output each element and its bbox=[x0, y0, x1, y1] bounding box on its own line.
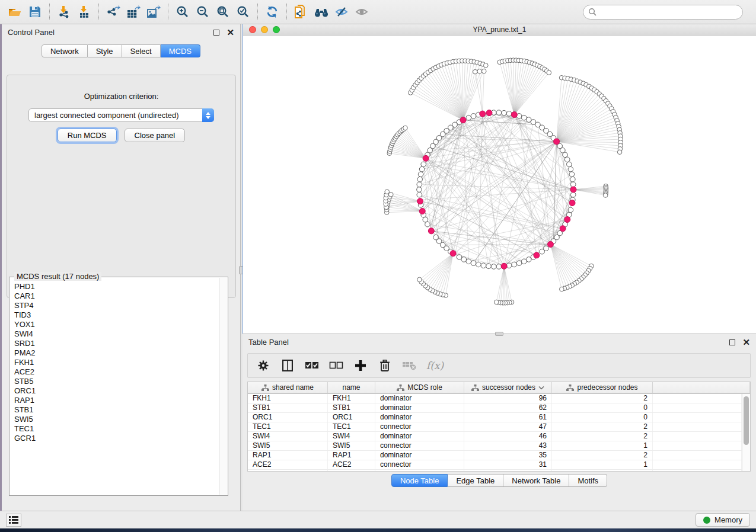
zoom-out-icon[interactable] bbox=[193, 2, 213, 21]
network-ring-node[interactable] bbox=[417, 187, 422, 193]
close-panel-icon[interactable]: ✕ bbox=[742, 339, 750, 345]
network-ring-node[interactable] bbox=[421, 162, 426, 167]
tab-style[interactable]: Style bbox=[88, 44, 122, 57]
float-panel-icon[interactable] bbox=[213, 30, 219, 36]
network-ring-node[interactable] bbox=[564, 157, 570, 162]
network-ring-node[interactable] bbox=[471, 261, 476, 266]
network-dominator-node[interactable] bbox=[554, 139, 560, 145]
network-ring-node[interactable] bbox=[461, 257, 467, 262]
network-ring-node[interactable] bbox=[417, 177, 423, 182]
export-image-icon[interactable] bbox=[143, 2, 164, 21]
table-row[interactable]: SWI4SWI4dominator462 bbox=[248, 432, 742, 441]
mcds-result-item[interactable]: STB1 bbox=[14, 405, 218, 415]
mcds-list-scrollbar[interactable] bbox=[219, 278, 227, 495]
zoom-in-icon[interactable] bbox=[173, 2, 193, 21]
network-ring-node[interactable] bbox=[526, 117, 531, 123]
zoom-fit-icon[interactable] bbox=[213, 2, 233, 21]
network-ring-node[interactable] bbox=[491, 264, 496, 270]
close-panel-button[interactable]: Close panel bbox=[125, 129, 186, 142]
tab-node-table[interactable]: Node Table bbox=[391, 474, 448, 487]
column-header-mcds-role[interactable]: MCDS role bbox=[375, 382, 464, 393]
import-network-icon[interactable] bbox=[54, 2, 74, 21]
hide-unselected-icon[interactable] bbox=[331, 2, 352, 21]
network-ring-node[interactable] bbox=[506, 111, 512, 117]
table-scrollbar[interactable] bbox=[742, 394, 750, 471]
network-dominator-node[interactable] bbox=[417, 198, 423, 204]
network-ring-node[interactable] bbox=[516, 261, 522, 266]
network-canvas[interactable] bbox=[243, 36, 756, 334]
search-input[interactable] bbox=[596, 8, 738, 16]
table-scrollbar-thumb[interactable] bbox=[744, 396, 749, 445]
mcds-result-item[interactable]: FKH1 bbox=[14, 358, 218, 367]
network-ring-node[interactable] bbox=[526, 257, 531, 262]
search-binoculars-icon[interactable] bbox=[311, 2, 331, 21]
network-dominator-node[interactable] bbox=[501, 263, 507, 269]
network-ring-node[interactable] bbox=[425, 222, 430, 227]
mcds-result-item[interactable]: GCR1 bbox=[14, 434, 218, 443]
network-dominator-node[interactable] bbox=[423, 155, 429, 161]
network-leaf-node[interactable] bbox=[547, 70, 551, 75]
delete-columns-icon[interactable] bbox=[378, 358, 392, 373]
network-ring-node[interactable] bbox=[568, 207, 573, 213]
network-ring-node[interactable] bbox=[476, 262, 481, 267]
network-ring-node[interactable] bbox=[466, 259, 471, 264]
network-ring-node[interactable] bbox=[502, 110, 507, 116]
deselect-all-rows-icon[interactable] bbox=[329, 358, 343, 373]
tab-select[interactable]: Select bbox=[122, 44, 161, 57]
network-ring-node[interactable] bbox=[540, 249, 545, 254]
network-leaf-node[interactable] bbox=[417, 277, 422, 282]
close-panel-icon[interactable]: ✕ bbox=[227, 30, 234, 36]
tab-network[interactable]: Network bbox=[42, 44, 88, 57]
network-ring-node[interactable] bbox=[496, 264, 502, 270]
zoom-selected-icon[interactable] bbox=[233, 2, 253, 21]
mcds-result-item[interactable]: CAR1 bbox=[14, 291, 218, 301]
mcds-result-item[interactable]: SRD1 bbox=[14, 339, 218, 348]
optimization-criterion-dropdown[interactable]: largest connected component (undirected) bbox=[28, 108, 214, 122]
import-table-icon[interactable] bbox=[74, 2, 94, 21]
network-dominator-node[interactable] bbox=[460, 117, 466, 123]
column-header-successor-nodes[interactable]: successor nodes bbox=[464, 382, 552, 393]
network-ring-node[interactable] bbox=[570, 182, 576, 187]
network-ring-node[interactable] bbox=[466, 115, 471, 120]
network-ring-node[interactable] bbox=[521, 259, 527, 264]
network-graph[interactable] bbox=[243, 36, 756, 334]
network-dominator-node[interactable] bbox=[480, 111, 486, 117]
network-ring-node[interactable] bbox=[419, 166, 425, 172]
network-ring-node[interactable] bbox=[570, 177, 576, 182]
export-network-icon[interactable] bbox=[103, 2, 123, 21]
network-dominator-node[interactable] bbox=[560, 226, 566, 232]
table-row[interactable]: TEC1TEC1connector472 bbox=[248, 422, 742, 432]
table-row[interactable]: RAP1RAP1dominator352 bbox=[248, 451, 742, 460]
table-row[interactable]: SWI5SWI5connector431 bbox=[248, 441, 742, 451]
column-header-predecessor-nodes[interactable]: predecessor nodes bbox=[552, 382, 653, 393]
table-row[interactable]: ACE2ACE2connector311 bbox=[248, 460, 742, 470]
save-session-icon[interactable] bbox=[25, 2, 45, 21]
network-ring-node[interactable] bbox=[457, 255, 462, 260]
network-leaf-node[interactable] bbox=[388, 193, 393, 197]
network-leaf-node[interactable] bbox=[481, 69, 486, 73]
run-mcds-button[interactable]: Run MCDS bbox=[58, 129, 117, 142]
mcds-result-item[interactable]: STP4 bbox=[14, 301, 218, 310]
network-ring-node[interactable] bbox=[481, 263, 486, 268]
mcds-result-item[interactable]: ORC1 bbox=[14, 386, 218, 396]
network-leaf-node[interactable] bbox=[484, 63, 489, 68]
column-header-shared-name[interactable]: shared name bbox=[248, 382, 328, 393]
network-dominator-node[interactable] bbox=[547, 241, 553, 247]
network-ring-node[interactable] bbox=[423, 217, 428, 222]
memory-button[interactable]: Memory bbox=[696, 513, 750, 527]
network-window-titlebar[interactable]: YPA_prune.txt_1 bbox=[243, 24, 756, 36]
network-ring-node[interactable] bbox=[471, 114, 476, 119]
network-leaf-node[interactable] bbox=[473, 69, 477, 74]
float-panel-icon[interactable] bbox=[729, 339, 735, 345]
network-ring-node[interactable] bbox=[570, 192, 576, 197]
network-ring-node[interactable] bbox=[433, 235, 439, 240]
network-ring-node[interactable] bbox=[417, 182, 422, 187]
apply-layout-icon[interactable] bbox=[262, 2, 282, 21]
network-ring-node[interactable] bbox=[563, 152, 568, 158]
table-row[interactable]: YOX1YOX1connector291 bbox=[248, 470, 742, 471]
network-leaf-node[interactable] bbox=[560, 287, 564, 291]
task-history-button[interactable] bbox=[6, 514, 21, 527]
open-session-icon[interactable] bbox=[5, 2, 25, 21]
network-leaf-node[interactable] bbox=[403, 126, 408, 130]
mcds-result-item[interactable]: ACE2 bbox=[14, 367, 218, 377]
